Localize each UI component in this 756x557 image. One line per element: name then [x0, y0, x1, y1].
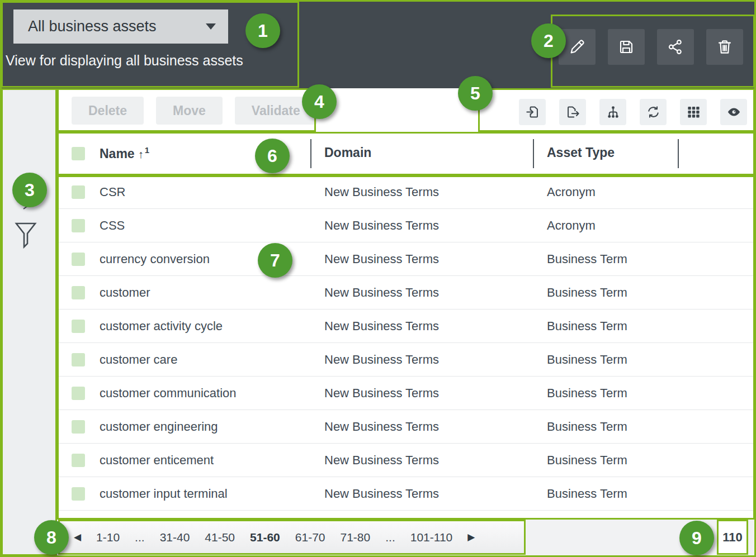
next-page-arrow[interactable]: ▶ — [467, 531, 475, 543]
cell-asset-name[interactable]: CSR — [100, 175, 125, 209]
table-body: CSR New Business Terms Acronym CSS New B… — [57, 175, 755, 520]
row-checkbox[interactable] — [72, 487, 85, 501]
trash-icon — [716, 38, 734, 56]
cell-asset-name[interactable]: customer enticement — [100, 444, 214, 477]
view-description: View for displaying all business assets — [6, 53, 243, 69]
page-link[interactable]: 71-80 — [341, 531, 371, 544]
cell-domain: New Business Terms — [324, 310, 439, 343]
table-row[interactable]: CSS New Business Terms Acronym — [57, 209, 755, 242]
share-view-button[interactable] — [657, 29, 694, 65]
select-all-checkbox[interactable] — [72, 147, 85, 160]
callout-badge-2: 2 — [531, 23, 566, 58]
cell-asset-name[interactable]: customer activity cycle — [100, 310, 223, 343]
table-row[interactable]: customer enticement New Business Terms B… — [57, 444, 755, 477]
refresh-button[interactable] — [640, 99, 667, 125]
cell-domain: New Business Terms — [324, 209, 439, 242]
table-toolbar: Delete Move Validate — [57, 88, 756, 132]
table-row[interactable]: customer activity cycle New Business Ter… — [57, 310, 755, 343]
cell-asset-name[interactable]: customer engineering — [100, 410, 218, 444]
row-checkbox[interactable] — [72, 387, 85, 400]
column-header-asset-type[interactable]: Asset Type — [547, 145, 615, 160]
column-header-name[interactable]: Name↑1 — [100, 145, 149, 161]
export-icon — [565, 104, 580, 120]
page-link[interactable]: 61-70 — [295, 531, 325, 544]
move-button[interactable]: Move — [156, 97, 223, 125]
page-link[interactable]: ... — [135, 531, 145, 544]
floppy-disk-icon — [617, 38, 635, 56]
row-checkbox[interactable] — [72, 185, 85, 199]
delete-view-button[interactable] — [706, 29, 743, 65]
cell-asset-name[interactable]: CSS — [100, 209, 125, 242]
hierarchy-icon — [606, 104, 621, 120]
row-checkbox[interactable] — [72, 420, 85, 434]
cell-domain: New Business Terms — [324, 410, 439, 444]
column-header-domain[interactable]: Domain — [324, 145, 371, 160]
cell-domain: New Business Terms — [324, 175, 439, 209]
table-row[interactable]: customer communication New Business Term… — [57, 377, 755, 410]
cell-asset-type: Business Term — [547, 410, 627, 444]
table-row[interactable]: customer engineering New Business Terms … — [57, 410, 755, 444]
callout-badge-4: 4 — [302, 84, 337, 119]
table-tools — [519, 99, 747, 125]
page-link[interactable]: 1-10 — [96, 531, 120, 544]
column-divider[interactable] — [310, 139, 311, 168]
cell-asset-name[interactable]: currency conversion — [100, 242, 210, 276]
app-window: All business assets View for displaying … — [0, 0, 756, 557]
share-icon — [667, 38, 684, 56]
chevron-down-icon — [206, 23, 216, 30]
table-row[interactable]: CSR New Business Terms Acronym — [57, 175, 755, 209]
cell-asset-type: Business Term — [547, 242, 627, 276]
hierarchy-button[interactable] — [599, 99, 626, 125]
pencil-icon — [568, 38, 586, 56]
cell-asset-type: Business Term — [547, 377, 627, 410]
row-checkbox[interactable] — [72, 454, 85, 467]
row-checkbox[interactable] — [72, 353, 85, 366]
export-button[interactable] — [559, 99, 586, 125]
row-checkbox[interactable] — [72, 253, 85, 266]
cell-asset-type: Acronym — [547, 175, 596, 209]
callout-badge-5: 5 — [458, 76, 493, 111]
table-row[interactable]: customer input terminal New Business Ter… — [57, 477, 755, 511]
cell-domain: New Business Terms — [324, 242, 439, 276]
view-options-button[interactable] — [720, 99, 747, 125]
table-row[interactable]: currency conversion New Business Terms B… — [57, 242, 755, 276]
save-view-button[interactable] — [608, 29, 645, 65]
previous-page-arrow[interactable]: ◀ — [74, 531, 81, 543]
delete-button[interactable]: Delete — [72, 97, 144, 125]
cell-asset-name[interactable]: customer input terminal — [100, 477, 228, 511]
grid-icon — [686, 104, 701, 120]
row-checkbox[interactable] — [72, 219, 85, 232]
view-selector-dropdown[interactable]: All business assets — [13, 9, 228, 44]
column-divider[interactable] — [533, 139, 534, 168]
row-checkbox[interactable] — [72, 286, 85, 299]
view-action-buttons — [559, 29, 743, 65]
cell-asset-name[interactable]: customer — [100, 276, 150, 310]
cell-asset-type: Business Term — [547, 444, 627, 477]
page-link[interactable]: 51-60 — [250, 531, 280, 544]
callout-badge-7: 7 — [258, 243, 292, 278]
import-icon — [525, 104, 540, 120]
table-row[interactable]: customer New Business Terms Business Ter… — [57, 276, 755, 310]
page-link[interactable]: ... — [385, 531, 395, 544]
sort-order-number: 1 — [145, 145, 149, 155]
row-checkbox[interactable] — [72, 320, 85, 333]
column-divider[interactable] — [678, 139, 679, 168]
import-button[interactable] — [519, 99, 546, 125]
bulk-action-buttons: Delete Move Validate — [72, 97, 317, 125]
filter-button[interactable] — [15, 221, 37, 258]
grid-columns-button[interactable] — [680, 99, 707, 125]
page-link[interactable]: 31-40 — [160, 531, 190, 544]
top-header-bar: All business assets View for displaying … — [0, 0, 756, 88]
cell-asset-type: Business Term — [547, 343, 627, 377]
page-link[interactable]: 101-110 — [410, 531, 453, 544]
eye-icon — [726, 104, 741, 120]
refresh-icon — [646, 104, 661, 120]
page-link[interactable]: 41-50 — [205, 531, 235, 544]
table-row[interactable]: customer care New Business Terms Busines… — [57, 343, 755, 377]
left-sidebar — [0, 88, 57, 557]
cell-asset-name[interactable]: customer communication — [100, 377, 237, 410]
callout-badge-1: 1 — [245, 13, 280, 48]
callout-badge-6: 6 — [255, 139, 290, 173]
filter-funnel-icon — [15, 221, 37, 258]
cell-asset-name[interactable]: customer care — [100, 343, 177, 377]
